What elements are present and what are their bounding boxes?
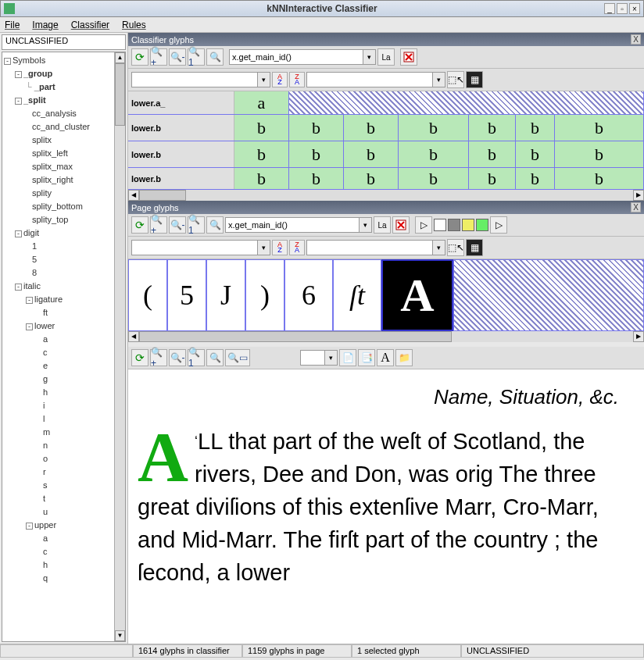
tree-item[interactable]: s bbox=[43, 480, 48, 490]
page-expr-combo[interactable]: ▾ bbox=[225, 217, 372, 233]
zoom-reset-button[interactable]: 🔍1 bbox=[188, 349, 205, 366]
tree-item[interactable]: ft bbox=[43, 308, 48, 317]
color-gray-button[interactable] bbox=[448, 219, 460, 231]
tree-item[interactable]: o bbox=[43, 454, 48, 463]
menu-file[interactable]: File bbox=[5, 20, 20, 30]
row-header[interactable]: lower.a_ bbox=[128, 91, 234, 114]
tree-item[interactable]: splitx_max bbox=[32, 162, 73, 171]
filter-combo-1[interactable]: ▾ bbox=[131, 240, 270, 255]
glyph-cell[interactable]: b bbox=[344, 141, 399, 167]
play-button-2[interactable]: ▷ bbox=[490, 216, 507, 234]
glyph-cell[interactable]: ſt bbox=[333, 259, 381, 331]
close-button[interactable]: × bbox=[629, 3, 640, 14]
tree-item[interactable]: italic bbox=[23, 281, 41, 291]
dropdown-icon[interactable]: ▾ bbox=[359, 218, 371, 232]
classification-field[interactable]: UNCLASSIFIED bbox=[2, 34, 126, 50]
zoom-fit-button[interactable]: 🔍 bbox=[206, 349, 224, 366]
glyph-cell-selected[interactable]: A bbox=[381, 259, 453, 331]
tree-scrollbar[interactable]: ▲▼ bbox=[114, 52, 125, 641]
select-button[interactable]: ⬚↖ bbox=[447, 239, 464, 256]
tree-item[interactable]: c bbox=[43, 547, 48, 556]
doc-combo[interactable]: ▾ bbox=[300, 350, 338, 366]
zoom-in-button[interactable]: 🔍+ bbox=[150, 349, 167, 366]
tree-item[interactable]: splitx_left bbox=[32, 148, 68, 158]
refresh-button[interactable]: ⟳ bbox=[131, 349, 148, 366]
row-header[interactable]: lower.b bbox=[128, 141, 234, 167]
filter-input[interactable] bbox=[307, 243, 432, 252]
la-button[interactable]: La bbox=[374, 216, 391, 234]
glyph-cell[interactable]: b bbox=[399, 141, 469, 167]
classifier-hscroll[interactable]: ◀▶ bbox=[128, 190, 644, 201]
la-button[interactable]: La bbox=[377, 48, 395, 66]
glyph-cell[interactable]: b bbox=[289, 115, 344, 141]
maximize-button[interactable]: ▫ bbox=[617, 3, 628, 14]
filter-combo-2[interactable]: ▾ bbox=[306, 72, 445, 87]
menu-classifier[interactable]: Classifier bbox=[71, 20, 109, 30]
tree-item[interactable]: splity_bottom bbox=[32, 202, 83, 211]
dropdown-icon[interactable]: ▾ bbox=[324, 351, 337, 365]
zoom-region-button[interactable]: 🔍▭ bbox=[225, 349, 250, 366]
select-button[interactable]: ⬚↖ bbox=[447, 71, 464, 88]
page-panel-close[interactable]: X bbox=[631, 202, 641, 212]
dropdown-icon[interactable]: ▾ bbox=[257, 241, 270, 255]
color-white-button[interactable] bbox=[434, 219, 446, 231]
glyph-cell[interactable]: b bbox=[289, 168, 344, 189]
tree-item[interactable]: splity bbox=[32, 188, 52, 198]
glyph-cell[interactable]: b bbox=[555, 141, 644, 167]
tree-item[interactable]: splitx bbox=[32, 135, 52, 144]
glyph-cell[interactable]: b bbox=[234, 168, 289, 189]
tree-item[interactable]: cc_and_cluster bbox=[32, 122, 90, 131]
sort-az-button[interactable]: AZ bbox=[272, 72, 288, 87]
page-expr-input[interactable] bbox=[226, 220, 359, 230]
tree-item[interactable]: c bbox=[43, 348, 48, 357]
sort-za-button[interactable]: ZA bbox=[289, 72, 305, 87]
classifier-grid[interactable]: lower.a_ a lower.b b b b b b b b lower.b… bbox=[128, 91, 644, 190]
tree-item[interactable]: n bbox=[43, 441, 48, 450]
tree-item[interactable]: h bbox=[43, 387, 48, 397]
tree-item[interactable]: t bbox=[43, 494, 45, 503]
page-glyph-grid[interactable]: ( 5 J ) 6 ſt A bbox=[128, 259, 644, 331]
tree-item[interactable]: i bbox=[43, 401, 45, 410]
glyph-cell[interactable]: b bbox=[555, 115, 644, 141]
glyph-cell[interactable]: b bbox=[469, 168, 516, 189]
classifier-expr-combo[interactable]: ▾ bbox=[229, 49, 376, 65]
tree-item[interactable]: e bbox=[43, 361, 48, 370]
tree-item[interactable]: u bbox=[43, 507, 48, 516]
menu-image[interactable]: Image bbox=[32, 20, 58, 30]
tree-item[interactable]: q bbox=[43, 573, 48, 583]
glyph-cell[interactable]: J bbox=[206, 259, 245, 331]
delete-button[interactable] bbox=[392, 216, 410, 234]
glyph-cell[interactable]: b bbox=[399, 115, 469, 141]
dropdown-icon[interactable]: ▾ bbox=[432, 241, 445, 255]
new-doc-button[interactable]: 📄 bbox=[339, 349, 356, 366]
doc-input[interactable] bbox=[301, 353, 324, 362]
dropdown-icon[interactable]: ▾ bbox=[432, 73, 445, 87]
zoom-out-button[interactable]: 🔍- bbox=[169, 216, 186, 234]
play-button[interactable]: ▷ bbox=[415, 216, 432, 234]
color-green-button[interactable] bbox=[476, 219, 488, 231]
page-hscroll[interactable]: ◀▶ bbox=[128, 331, 644, 342]
glyph-cell[interactable]: a bbox=[234, 91, 289, 114]
tree-item[interactable]: cc_analysis bbox=[32, 109, 77, 118]
copy-doc-button[interactable]: 📑 bbox=[358, 349, 375, 366]
refresh-button[interactable]: ⟳ bbox=[131, 48, 148, 66]
tree-item[interactable]: m bbox=[43, 427, 50, 437]
tree-item[interactable]: digit bbox=[23, 228, 39, 237]
glyph-cell[interactable]: 5 bbox=[167, 259, 206, 331]
tree-item[interactable]: a bbox=[43, 334, 48, 344]
color-yellow-button[interactable] bbox=[462, 219, 474, 231]
tree-item[interactable]: r bbox=[43, 467, 46, 476]
glyph-cell[interactable]: b bbox=[399, 168, 469, 189]
glyph-cell[interactable]: b bbox=[289, 141, 344, 167]
zoom-reset-button[interactable]: 🔍1 bbox=[188, 216, 205, 234]
tree-item[interactable]: _group bbox=[23, 69, 52, 78]
tree-item[interactable]: l bbox=[43, 414, 45, 423]
tree-item[interactable]: 8 bbox=[32, 268, 37, 277]
tree-item[interactable]: lower bbox=[34, 321, 55, 330]
zoom-fit-button[interactable]: 🔍 bbox=[206, 48, 224, 66]
folder-button[interactable]: 📁 bbox=[395, 349, 413, 366]
grid-button[interactable]: ▦ bbox=[466, 71, 483, 88]
glyph-cell[interactable]: b bbox=[234, 115, 289, 141]
dropdown-icon[interactable]: ▾ bbox=[363, 50, 375, 64]
zoom-out-button[interactable]: 🔍- bbox=[169, 349, 186, 366]
